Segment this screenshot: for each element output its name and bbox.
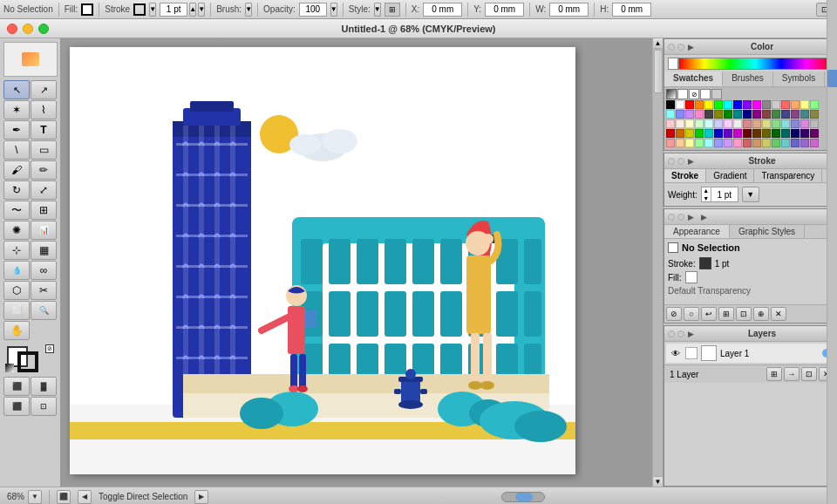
free-transform-tool[interactable]: ⊞ [31,201,57,220]
scroll-down-arrow[interactable]: ▼ [653,476,663,487]
color-swatch[interactable] [791,129,800,138]
color-swatch[interactable] [695,129,704,138]
color-swatch[interactable] [704,139,713,147]
layers-panel-collapse-arrow[interactable]: ▶ [688,330,694,338]
stroke-weight-up[interactable]: ▲ [189,3,196,17]
minimize-button[interactable] [23,24,33,34]
layer-visibility-toggle[interactable]: 👁 [670,347,682,359]
color-spectrum-bar[interactable] [678,58,833,70]
color-swatch[interactable] [724,119,732,128]
appearance-tab[interactable]: Appearance [664,225,730,238]
color-swatch[interactable] [810,110,819,119]
color-swatch[interactable] [752,100,761,109]
x-input[interactable] [423,3,462,17]
color-swatch[interactable] [733,110,742,119]
status-prev-btn[interactable]: ◀ [78,490,92,504]
line-tool[interactable]: \ [3,140,30,160]
scroll-bar-h[interactable] [501,492,545,502]
column-graph-tool[interactable]: 📊 [31,221,57,240]
type-tool[interactable]: T [31,120,57,140]
default-colors-btn[interactable] [5,364,14,372]
scale-tool[interactable]: ⤢ [31,180,57,200]
color-swatch[interactable] [704,129,713,138]
app-panel-min[interactable] [677,214,684,221]
pencil-tool[interactable]: ✏ [31,160,57,180]
swatch-white2[interactable] [700,89,711,99]
color-swatch[interactable] [743,139,752,147]
zoom-tool[interactable]: 🔍 [31,301,57,320]
color-swatch[interactable] [685,119,694,128]
color-swatch[interactable] [666,129,675,138]
swatch-special[interactable] [711,89,722,99]
color-swatch[interactable] [800,110,809,119]
color-swatch[interactable] [781,119,790,128]
color-swatch[interactable] [772,110,780,119]
color-swatch[interactable] [800,100,809,109]
color-swatch[interactable] [724,139,732,147]
color-swatch[interactable] [695,110,704,119]
color-swatch[interactable] [743,119,752,128]
slice-tool[interactable]: ✂ [31,281,57,300]
color-mode-btn[interactable]: ⬛ [3,377,30,396]
color-swatch[interactable] [685,139,694,147]
color-swatch[interactable] [676,100,684,109]
color-swatch[interactable] [762,129,771,138]
close-button[interactable] [7,24,17,34]
lasso-tool[interactable]: ⌇ [31,100,57,119]
opacity-input[interactable] [299,3,327,17]
color-swatch[interactable] [772,129,780,138]
stroke-panel-close[interactable] [668,158,675,165]
weight-input[interactable] [711,187,738,201]
color-swatch[interactable] [791,100,800,109]
color-swatch[interactable] [752,139,761,147]
color-swatch[interactable] [685,110,694,119]
hand-tool[interactable]: ✋ [3,321,30,340]
color-swatch[interactable] [714,139,723,147]
rect-tool[interactable]: ▭ [31,140,57,160]
appearance-panel-collapse-arrow[interactable]: ▶ [688,213,694,221]
transparency-tab[interactable]: Transparency [754,169,822,182]
color-panel-collapse-arrow[interactable]: ▶ [688,43,694,51]
color-swatch[interactable] [762,119,771,128]
right-panel-scrollbar[interactable] [827,38,837,487]
status-next-btn[interactable]: ▶ [194,490,208,504]
color-swatch[interactable] [810,100,819,109]
stroke-color-preview[interactable] [699,257,711,269]
color-swatch[interactable] [772,139,780,147]
color-swatch[interactable] [752,119,761,128]
stroke-arrow[interactable]: ▼ [149,3,156,17]
graphic-styles-tab[interactable]: Graphic Styles [730,225,805,238]
color-swatch[interactable] [781,139,790,147]
color-swatch[interactable] [733,119,742,128]
color-swatch[interactable] [714,129,723,138]
color-swatch[interactable] [714,100,723,109]
eyedropper-tool[interactable]: 💧 [3,261,30,280]
app-btn-2[interactable]: ○ [684,307,699,321]
layers-panel-close[interactable] [668,330,675,337]
fill-color-preview[interactable] [685,271,698,283]
color-swatch[interactable] [676,119,684,128]
weight-up-btn[interactable]: ▲ [702,187,711,194]
color-swatch[interactable] [762,139,771,147]
art-board-navigator[interactable]: ⬛ [57,490,71,504]
move-selection-btn[interactable]: → [784,367,800,381]
rotate-tool[interactable]: ↻ [3,180,30,200]
app-btn-4[interactable]: ⊞ [718,307,734,321]
fill-swatch[interactable] [81,3,93,16]
appearance-panel-menu[interactable]: ▶ [701,213,707,221]
w-input[interactable] [549,3,589,17]
swatch-none[interactable]: ⊘ [689,89,699,99]
color-swatch[interactable] [704,110,713,119]
y-input[interactable] [485,3,524,17]
gradient-tool[interactable]: ▦ [31,241,57,260]
white-swatch[interactable] [668,58,678,70]
app-btn-7[interactable]: ✕ [771,307,786,321]
color-swatch[interactable] [685,129,694,138]
color-swatch[interactable] [781,129,790,138]
make-sublayer-btn[interactable]: ⊞ [766,367,782,381]
weight-down-btn[interactable]: ▼ [702,194,711,202]
stroke-tab[interactable]: Stroke [664,169,706,182]
color-swatch[interactable] [743,110,752,119]
color-swatch[interactable] [733,139,742,147]
layer-lock-toggle[interactable] [685,347,698,359]
